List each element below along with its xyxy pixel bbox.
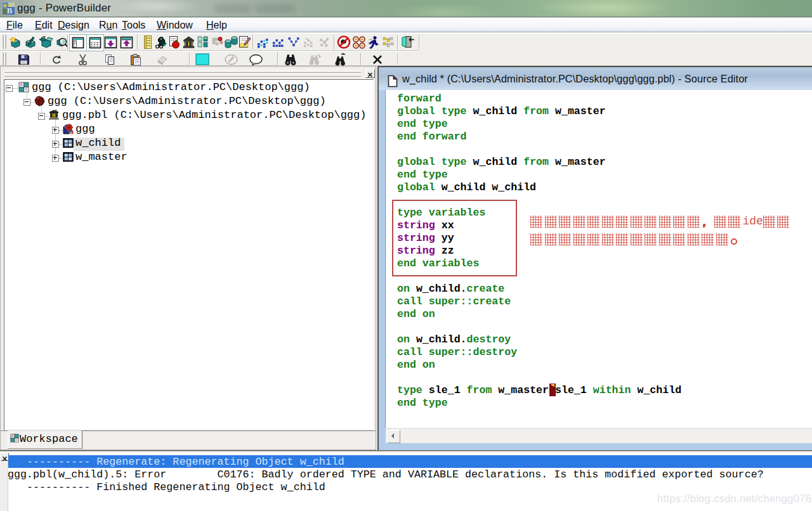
svg-text:B: B — [7, 6, 13, 15]
